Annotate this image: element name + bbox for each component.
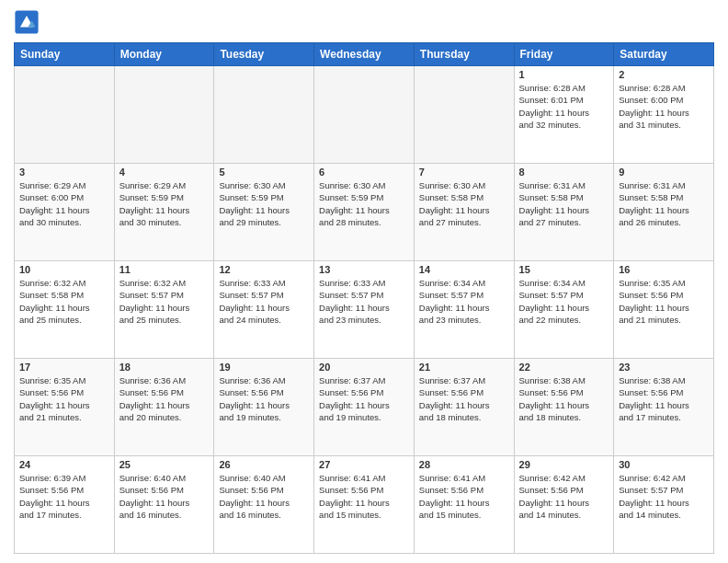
day-number-13: 13 [319, 264, 409, 275]
day-number-23: 23 [619, 362, 709, 373]
day-info-10: Sunrise: 6:32 AMSunset: 5:58 PMDaylight:… [19, 277, 109, 326]
day-number-15: 15 [519, 264, 609, 275]
day-info-12: Sunrise: 6:33 AMSunset: 5:57 PMDaylight:… [219, 277, 309, 326]
day-number-20: 20 [319, 362, 409, 373]
calendar-week-row-3: 10Sunrise: 6:32 AMSunset: 5:58 PMDayligh… [15, 261, 714, 359]
calendar-cell-5: 5Sunrise: 6:30 AMSunset: 5:59 PMDaylight… [214, 164, 314, 261]
calendar-cell-15: 15Sunrise: 6:34 AMSunset: 5:57 PMDayligh… [514, 261, 614, 359]
day-number-6: 6 [319, 167, 409, 178]
header [14, 9, 714, 35]
day-info-14: Sunrise: 6:34 AMSunset: 5:57 PMDaylight:… [419, 277, 509, 326]
calendar-cell-empty-1 [114, 66, 214, 164]
day-info-8: Sunrise: 6:31 AMSunset: 5:58 PMDaylight:… [519, 179, 609, 228]
calendar-cell-23: 23Sunrise: 6:38 AMSunset: 5:56 PMDayligh… [614, 359, 714, 456]
calendar-cell-11: 11Sunrise: 6:32 AMSunset: 5:57 PMDayligh… [114, 261, 214, 359]
calendar-cell-1: 1Sunrise: 6:28 AMSunset: 6:01 PMDaylight… [514, 66, 614, 164]
day-number-5: 5 [219, 167, 309, 178]
calendar-cell-17: 17Sunrise: 6:35 AMSunset: 5:56 PMDayligh… [15, 359, 115, 456]
day-number-25: 25 [119, 459, 210, 470]
day-number-9: 9 [619, 167, 709, 178]
day-number-8: 8 [519, 167, 609, 178]
calendar-cell-empty-3 [314, 66, 415, 164]
calendar-cell-3: 3Sunrise: 6:29 AMSunset: 6:00 PMDaylight… [15, 164, 115, 261]
day-info-18: Sunrise: 6:36 AMSunset: 5:56 PMDaylight:… [119, 374, 210, 423]
day-info-25: Sunrise: 6:40 AMSunset: 5:56 PMDaylight:… [119, 472, 210, 521]
calendar-cell-22: 22Sunrise: 6:38 AMSunset: 5:56 PMDayligh… [514, 359, 614, 456]
calendar-cell-16: 16Sunrise: 6:35 AMSunset: 5:56 PMDayligh… [614, 261, 714, 359]
calendar-cell-empty-2 [214, 66, 314, 164]
day-info-15: Sunrise: 6:34 AMSunset: 5:57 PMDaylight:… [519, 277, 609, 326]
calendar-header-row: SundayMondayTuesdayWednesdayThursdayFrid… [15, 43, 714, 66]
calendar-header-saturday: Saturday [614, 43, 714, 66]
day-info-29: Sunrise: 6:42 AMSunset: 5:56 PMDaylight:… [519, 472, 609, 521]
day-info-28: Sunrise: 6:41 AMSunset: 5:56 PMDaylight:… [419, 472, 509, 521]
day-number-7: 7 [419, 167, 509, 178]
day-info-23: Sunrise: 6:38 AMSunset: 5:56 PMDaylight:… [619, 374, 709, 423]
day-number-18: 18 [119, 362, 210, 373]
calendar-cell-29: 29Sunrise: 6:42 AMSunset: 5:56 PMDayligh… [514, 456, 614, 554]
calendar-table: SundayMondayTuesdayWednesdayThursdayFrid… [14, 42, 714, 554]
calendar-cell-13: 13Sunrise: 6:33 AMSunset: 5:57 PMDayligh… [314, 261, 415, 359]
day-info-16: Sunrise: 6:35 AMSunset: 5:56 PMDaylight:… [619, 277, 709, 326]
calendar-cell-24: 24Sunrise: 6:39 AMSunset: 5:56 PMDayligh… [15, 456, 115, 554]
calendar-header-friday: Friday [514, 43, 614, 66]
calendar-cell-12: 12Sunrise: 6:33 AMSunset: 5:57 PMDayligh… [214, 261, 314, 359]
logo-icon [14, 9, 40, 35]
calendar-cell-10: 10Sunrise: 6:32 AMSunset: 5:58 PMDayligh… [15, 261, 115, 359]
day-number-24: 24 [19, 459, 109, 470]
day-info-20: Sunrise: 6:37 AMSunset: 5:56 PMDaylight:… [319, 374, 409, 423]
calendar-week-row-4: 17Sunrise: 6:35 AMSunset: 5:56 PMDayligh… [15, 359, 714, 456]
day-info-22: Sunrise: 6:38 AMSunset: 5:56 PMDaylight:… [519, 374, 609, 423]
day-info-30: Sunrise: 6:42 AMSunset: 5:57 PMDaylight:… [619, 472, 709, 521]
day-info-1: Sunrise: 6:28 AMSunset: 6:01 PMDaylight:… [519, 82, 609, 131]
calendar-cell-30: 30Sunrise: 6:42 AMSunset: 5:57 PMDayligh… [614, 456, 714, 554]
calendar-cell-empty-4 [414, 66, 514, 164]
calendar-cell-25: 25Sunrise: 6:40 AMSunset: 5:56 PMDayligh… [114, 456, 214, 554]
calendar-week-row-2: 3Sunrise: 6:29 AMSunset: 6:00 PMDaylight… [15, 164, 714, 261]
day-number-2: 2 [619, 69, 709, 80]
day-number-3: 3 [19, 167, 109, 178]
calendar-cell-empty-0 [15, 66, 115, 164]
day-number-22: 22 [519, 362, 609, 373]
calendar-cell-4: 4Sunrise: 6:29 AMSunset: 5:59 PMDaylight… [114, 164, 214, 261]
day-number-30: 30 [619, 459, 709, 470]
day-number-16: 16 [619, 264, 709, 275]
day-info-11: Sunrise: 6:32 AMSunset: 5:57 PMDaylight:… [119, 277, 210, 326]
day-number-27: 27 [319, 459, 409, 470]
day-info-6: Sunrise: 6:30 AMSunset: 5:59 PMDaylight:… [319, 179, 409, 228]
day-info-27: Sunrise: 6:41 AMSunset: 5:56 PMDaylight:… [319, 472, 409, 521]
calendar-cell-19: 19Sunrise: 6:36 AMSunset: 5:56 PMDayligh… [214, 359, 314, 456]
day-number-10: 10 [19, 264, 109, 275]
logo [14, 9, 43, 35]
day-info-2: Sunrise: 6:28 AMSunset: 6:00 PMDaylight:… [619, 82, 709, 131]
calendar-cell-26: 26Sunrise: 6:40 AMSunset: 5:56 PMDayligh… [214, 456, 314, 554]
calendar-header-sunday: Sunday [15, 43, 115, 66]
calendar-cell-27: 27Sunrise: 6:41 AMSunset: 5:56 PMDayligh… [314, 456, 415, 554]
calendar-week-row-5: 24Sunrise: 6:39 AMSunset: 5:56 PMDayligh… [15, 456, 714, 554]
page: SundayMondayTuesdayWednesdayThursdayFrid… [0, 0, 728, 563]
calendar-header-wednesday: Wednesday [314, 43, 415, 66]
day-number-26: 26 [219, 459, 309, 470]
calendar-cell-6: 6Sunrise: 6:30 AMSunset: 5:59 PMDaylight… [314, 164, 415, 261]
calendar-cell-8: 8Sunrise: 6:31 AMSunset: 5:58 PMDaylight… [514, 164, 614, 261]
day-number-1: 1 [519, 69, 609, 80]
day-number-29: 29 [519, 459, 609, 470]
calendar-header-tuesday: Tuesday [214, 43, 314, 66]
day-info-21: Sunrise: 6:37 AMSunset: 5:56 PMDaylight:… [419, 374, 509, 423]
calendar-cell-21: 21Sunrise: 6:37 AMSunset: 5:56 PMDayligh… [414, 359, 514, 456]
day-number-14: 14 [419, 264, 509, 275]
day-info-13: Sunrise: 6:33 AMSunset: 5:57 PMDaylight:… [319, 277, 409, 326]
calendar-week-row-1: 1Sunrise: 6:28 AMSunset: 6:01 PMDaylight… [15, 66, 714, 164]
calendar-cell-18: 18Sunrise: 6:36 AMSunset: 5:56 PMDayligh… [114, 359, 214, 456]
day-info-4: Sunrise: 6:29 AMSunset: 5:59 PMDaylight:… [119, 179, 210, 228]
day-number-19: 19 [219, 362, 309, 373]
calendar-cell-14: 14Sunrise: 6:34 AMSunset: 5:57 PMDayligh… [414, 261, 514, 359]
day-number-12: 12 [219, 264, 309, 275]
calendar-cell-9: 9Sunrise: 6:31 AMSunset: 5:58 PMDaylight… [614, 164, 714, 261]
day-info-19: Sunrise: 6:36 AMSunset: 5:56 PMDaylight:… [219, 374, 309, 423]
day-number-4: 4 [119, 167, 210, 178]
day-number-28: 28 [419, 459, 509, 470]
day-info-7: Sunrise: 6:30 AMSunset: 5:58 PMDaylight:… [419, 179, 509, 228]
calendar-cell-20: 20Sunrise: 6:37 AMSunset: 5:56 PMDayligh… [314, 359, 415, 456]
day-number-17: 17 [19, 362, 109, 373]
